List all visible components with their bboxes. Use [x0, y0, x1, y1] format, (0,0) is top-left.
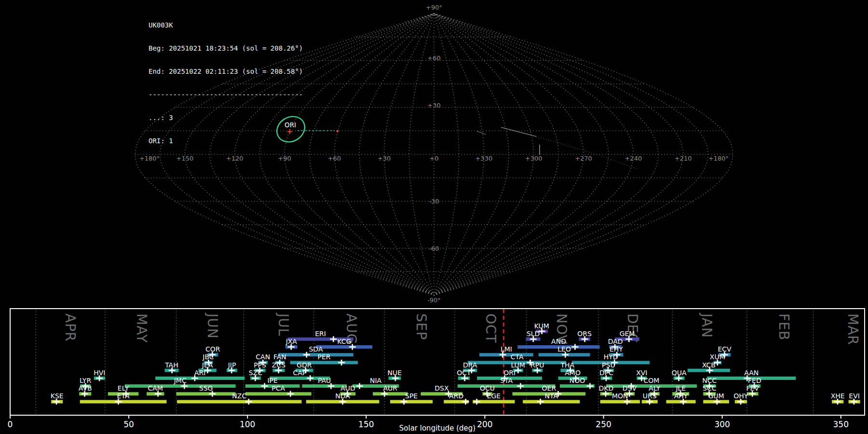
station-id: UK003K: [149, 21, 303, 29]
shower-label-SSG: SSG: [199, 384, 213, 392]
shower-label-CTA: CTA: [511, 353, 524, 361]
lon-label: +300: [525, 155, 542, 162]
shower-label-COM: COM: [644, 377, 660, 384]
shower-label-AHY: AHY: [674, 392, 688, 400]
shower-label-GEM: GEM: [620, 330, 635, 338]
activity-timeline: APRMAYJUNJULAUGSEPOCTNOVDECJANFEBMARKUME…: [8, 309, 865, 433]
shower-label-PAU: PAU: [318, 377, 331, 384]
meridian-gridline: [434, 14, 708, 295]
shower-label-NIA: NIA: [370, 377, 382, 384]
meridian-gridline: [434, 14, 633, 295]
meridian-gridline: [434, 14, 534, 295]
axis-tick-label: 0: [8, 420, 13, 429]
shower-label-EGE: EGE: [487, 392, 501, 400]
axis-tick-label: 350: [833, 420, 849, 429]
lon-label: +180°: [708, 155, 729, 162]
lon-label: +270: [575, 155, 592, 162]
lon-label: +210: [675, 155, 692, 162]
month-label-MAY: MAY: [134, 313, 149, 343]
month-label-JUL: JUL: [275, 312, 291, 336]
shower-bar-SDA: [278, 353, 353, 356]
shower-label-PER: PER: [317, 353, 330, 361]
session-begin: Beg: 20251021 18:23:54 (sol = 208.26°): [149, 44, 303, 52]
shower-label-NUE: NUE: [388, 369, 402, 377]
session-end: End: 20251022 02:11:23 (sol = 208.58°): [149, 68, 303, 75]
lon-label: +0: [429, 155, 438, 162]
shower-label-LEO: LEO: [557, 345, 571, 353]
shower-bar-LMI: [479, 353, 533, 356]
shower-label-THA: THA: [560, 361, 574, 369]
session-info-panel: UK003K Beg: 20251021 18:23:54 (sol = 208…: [149, 6, 303, 160]
pole-label-south: -90°: [427, 297, 441, 304]
separator-line: --------------------------------------: [149, 91, 303, 98]
shower-bar-AUR: [373, 392, 407, 395]
shower-label-ELY: ELY: [118, 384, 129, 392]
shower-label-NZC: NZC: [232, 392, 246, 400]
month-label-JUN: JUN: [204, 312, 220, 339]
shower-label-CAP: CAP: [293, 369, 307, 377]
month-label-SEP: SEP: [413, 313, 429, 340]
pole-label-north: +90°: [426, 4, 442, 11]
shower-bar-JMC: [125, 384, 236, 388]
shower-bar-STA: [458, 384, 556, 388]
lat-label: +60: [427, 54, 440, 62]
track-segment: [477, 131, 486, 135]
shower-bar-MON: [600, 400, 640, 403]
month-label-APR: APR: [62, 313, 78, 342]
sporadic-count: ...: 3: [149, 114, 303, 122]
month-label-MAR: MAR: [845, 313, 861, 345]
shower-bar-SSG: [176, 392, 236, 395]
shower-bar-NZC: [177, 400, 301, 403]
axis-tick-label: 150: [358, 420, 374, 429]
lon-label: +60: [328, 155, 341, 162]
shower-count: ORI: 1: [149, 137, 303, 145]
axis-tick-label: 50: [123, 420, 134, 429]
shower-bar-PAU: [302, 384, 347, 388]
shower-bar-ARI: [155, 377, 244, 380]
lat-label: -30: [429, 198, 439, 205]
axis-tick-label: 250: [596, 420, 611, 429]
screenshot-root: +180°+150+120+90+60+30+0+330+300+270+240…: [0, 0, 868, 434]
shower-label-ERI: ERI: [315, 330, 326, 338]
month-label-JAN: JAN: [699, 312, 715, 338]
shower-label-ARI: ARI: [194, 369, 205, 377]
lon-label: +240: [624, 155, 642, 162]
shower-bar-NTA: [523, 400, 580, 403]
shower-bar-KCG: [316, 345, 372, 349]
shower-label-OCT: OCT: [457, 369, 471, 377]
shower-label-SPE: SPE: [405, 392, 418, 400]
shower-label-AAN: AAN: [744, 369, 759, 377]
shower-label-XCB: XCB: [702, 361, 716, 369]
shower-bar-PCA: [245, 392, 312, 395]
axis-tick-label: 100: [240, 420, 255, 429]
shower-label-GUM: GUM: [708, 392, 724, 400]
axis-tick-label: 200: [477, 420, 492, 429]
shower-label-ORI: ORI: [503, 369, 515, 377]
shower-label-PCA: PCA: [271, 384, 285, 392]
shower-label-DSX: DSX: [434, 384, 449, 392]
shower-bar-ETA: [80, 400, 167, 403]
lon-label: +30: [378, 155, 391, 162]
shower-bar-SPE: [390, 400, 433, 403]
x-axis-title: Solar longitude (deg): [399, 424, 475, 433]
meridian-gridline: [434, 14, 509, 295]
shower-label-NOO: NOO: [570, 377, 585, 384]
shower-label-ARD: ARD: [449, 392, 463, 400]
shower-label-MON: MON: [612, 392, 628, 400]
axis-tick-label: 300: [714, 420, 730, 429]
shower-label-HYD: HYD: [604, 353, 618, 361]
shower-label-AMO: AMO: [565, 369, 581, 377]
shower-label-AUR: AUR: [383, 384, 398, 392]
shower-label-IPE: IPE: [267, 377, 277, 384]
radiant-and-activity-plot: +180°+150+120+90+60+30+0+330+300+270+240…: [0, 0, 868, 434]
shower-label-SDA: SDA: [309, 345, 323, 353]
meridian-gridline: [335, 14, 434, 295]
lon-label: +330: [475, 155, 492, 162]
lat-label: -60: [429, 245, 439, 252]
shower-label-GDR: GDR: [297, 361, 312, 369]
shower-label-STA: STA: [500, 377, 513, 384]
meridian-gridline: [310, 14, 434, 295]
lat-label: +30: [427, 102, 440, 109]
shower-label-KCG: KCG: [337, 338, 351, 345]
shower-label-OER: OER: [542, 384, 556, 392]
